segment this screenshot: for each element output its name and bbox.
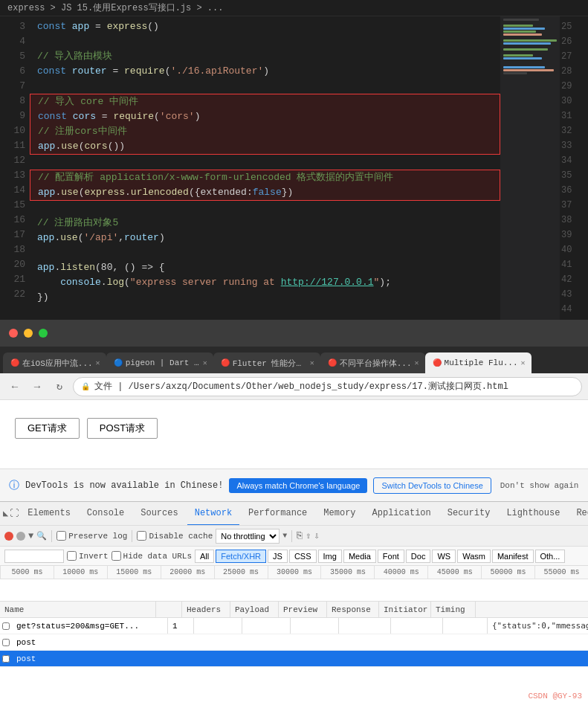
tab-performance[interactable]: Performance (241, 502, 314, 526)
dropdown-arrow-icon: ▼ (282, 532, 287, 540)
tab-icon: 🔵 (114, 358, 123, 367)
filter-icon[interactable]: ▼ (28, 531, 33, 541)
close-button[interactable] (9, 329, 18, 338)
invert-label[interactable]: Invert (67, 551, 109, 561)
minimize-button[interactable] (24, 329, 33, 338)
tab-close-icon[interactable]: ✕ (310, 358, 314, 367)
tab-close-icon[interactable]: ✕ (415, 358, 419, 367)
tab-memory[interactable]: Memory (316, 502, 363, 526)
invert-checkbox[interactable] (67, 551, 77, 561)
checkbox-input[interactable] (2, 655, 10, 663)
csdn-watermark: CSDN @GY-93 (528, 692, 582, 701)
col-header-preview[interactable]: Preview (279, 602, 327, 617)
col-header-timing[interactable]: Timing (431, 602, 476, 617)
checkbox-input[interactable] (2, 639, 10, 646)
tab-close-icon[interactable]: ✕ (203, 358, 207, 367)
tab-close-icon[interactable]: ✕ (521, 358, 526, 367)
hide-data-urls-label[interactable]: Hide data URLs (112, 551, 192, 561)
download-icon[interactable]: ⇩ (314, 530, 320, 541)
tab-application[interactable]: Application (365, 502, 439, 526)
browser-tab[interactable]: 🔵pigeon | Dart P...✕ (106, 352, 213, 373)
code-content: const app = express() // 导入路由模块const rou… (30, 16, 500, 320)
timeline-tick: 5000 ms (0, 566, 54, 579)
maximize-button[interactable] (39, 329, 48, 338)
browser-tab[interactable]: 🔴Multiple Flu...✕ (425, 352, 532, 373)
col-header-headers[interactable]: Headers (182, 602, 230, 617)
row-name: get?status=200&msg=GET... (12, 618, 168, 634)
row-checkbox[interactable] (0, 639, 12, 646)
tab-icon: 🔴 (221, 358, 230, 367)
tab-lighthouse[interactable]: Lighthouse (499, 502, 567, 526)
tab-console[interactable]: Console (80, 502, 132, 526)
row-checkbox[interactable] (0, 622, 12, 630)
row-name: post (12, 654, 40, 663)
device-mode-icon[interactable]: ⛶ (10, 505, 19, 523)
address-bar[interactable]: 🔒 文件 | /Users/axzq/Documents/Other/web_n… (73, 377, 582, 396)
filter-ws[interactable]: WS (432, 550, 456, 563)
tab-elements[interactable]: Elements (20, 502, 78, 526)
forward-button[interactable]: → (28, 378, 46, 396)
hide-data-urls-checkbox[interactable] (112, 551, 121, 561)
tab-network[interactable]: Network (187, 502, 239, 526)
inspect-element-icon[interactable]: ◣ (3, 505, 8, 523)
filter-fetchxhr[interactable]: Fetch/XHR (216, 550, 266, 563)
filter-img[interactable]: Img (318, 550, 342, 563)
dismiss-button[interactable]: Don't show again (500, 481, 579, 490)
row-checkbox[interactable] (0, 655, 12, 663)
filter-manifest[interactable]: Manifest (492, 550, 534, 563)
clear-button[interactable] (16, 532, 25, 541)
network-rows-container: get?status=200&msg=GET... 1 {"status":0,… (0, 618, 588, 667)
filter-doc[interactable]: Doc (406, 550, 431, 563)
table-row[interactable]: post (0, 651, 588, 667)
tab-reco[interactable]: Reco... (569, 502, 588, 526)
tab-security[interactable]: Security (440, 502, 498, 526)
browser-tab[interactable]: 🔴不同平台操作体...✕ (320, 352, 425, 373)
switch-chinese-button[interactable]: Switch DevTools to Chinese (373, 477, 491, 494)
disable-cache-checkbox[interactable] (137, 531, 146, 541)
filter-js[interactable]: JS (268, 550, 288, 563)
record-button[interactable] (4, 532, 13, 541)
tab-label: 不同平台操作体... (340, 358, 412, 369)
disable-cache-label[interactable]: Disable cache (137, 531, 213, 541)
http-buttons: GET请求 POST请求 (15, 418, 573, 439)
browser-content: GET请求 POST请求 ⓘ DevTools is now available… (0, 400, 588, 501)
timeline-tick: 55000 ms (534, 566, 588, 579)
col-header-name[interactable]: Name (0, 602, 156, 617)
match-language-button[interactable]: Always match Chrome's language (229, 478, 367, 493)
filter-all[interactable]: All (195, 550, 214, 563)
throttling-select[interactable]: No throttling (216, 529, 280, 544)
row-response (339, 618, 391, 634)
get-request-button[interactable]: GET请求 (15, 418, 80, 439)
tab-sources[interactable]: Sources (133, 502, 185, 526)
col-header-response[interactable]: Response (327, 602, 379, 617)
filter-types: All Fetch/XHR JS CSS Img Media Font Doc … (195, 550, 565, 563)
post-request-button[interactable]: POST请求 (87, 418, 158, 439)
table-row[interactable]: post (0, 634, 588, 651)
browser-tab[interactable]: 🔴Flutter 性能分析...✕ (213, 352, 320, 373)
col-header-initiator[interactable]: Initiator (379, 602, 431, 617)
preserve-log-label[interactable]: Preserve log (56, 531, 127, 541)
upload-icon[interactable]: ⇧ (306, 530, 311, 541)
preserve-log-checkbox[interactable] (56, 531, 66, 541)
address-text: 文件 | /Users/axzq/Documents/Other/web_nod… (94, 380, 508, 393)
tab-icon: 🔴 (10, 358, 19, 367)
table-row[interactable]: get?status=200&msg=GET... 1 {"status":0,… (0, 618, 588, 634)
divider2 (132, 530, 132, 542)
col-header-payload[interactable]: Payload (230, 602, 279, 617)
filter-media[interactable]: Media (343, 550, 376, 563)
col-header-status[interactable] (156, 602, 182, 617)
timeline-tick: 10000 ms (54, 566, 107, 579)
filter-font[interactable]: Font (378, 550, 404, 563)
reload-button[interactable]: ↻ (51, 378, 68, 396)
checkbox-input[interactable] (2, 622, 10, 630)
lock-icon: 🔒 (81, 382, 90, 391)
filter-other[interactable]: Oth... (535, 550, 566, 563)
filter-css[interactable]: CSS (289, 550, 317, 563)
tab-close-icon[interactable]: ✕ (96, 358, 100, 367)
filter-wasm[interactable]: Wasm (457, 550, 491, 563)
timeline-tick: 45000 ms (427, 566, 481, 579)
search-icon[interactable]: 🔍 (36, 531, 47, 541)
filter-input[interactable] (4, 550, 64, 563)
browser-tab[interactable]: 🔴在iOS应用中流...✕ (3, 352, 106, 373)
back-button[interactable]: ← (6, 378, 24, 396)
